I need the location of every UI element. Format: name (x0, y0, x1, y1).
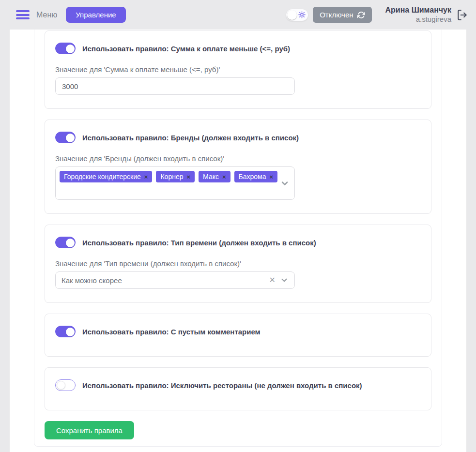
toggle-knob (57, 381, 65, 390)
user-login: a.stugireva (385, 15, 451, 24)
page-panel: Использовать правило: Сумма к оплате мен… (10, 30, 466, 452)
chevron-down-icon[interactable] (280, 179, 290, 188)
hamburger-icon[interactable] (16, 10, 30, 19)
rule-timetype-toggle[interactable] (55, 237, 76, 248)
rules-panel: Использовать правило: Сумма к оплате мен… (34, 30, 442, 447)
save-rules-button[interactable]: Сохранить правила (45, 421, 134, 439)
theme-toggle[interactable] (286, 9, 308, 21)
rule-card-emptycomment: Использовать правило: С пустым комментар… (45, 314, 431, 357)
brands-multiselect[interactable]: Городские кондитерские × Корнер × Макс ×… (55, 166, 295, 200)
refresh-icon (357, 11, 365, 19)
rule-brands-field-label: Значение для 'Бренды (должен входить в с… (55, 154, 421, 163)
rule-emptycomment-toggle[interactable] (55, 326, 76, 337)
brand-tag: Корнер × (156, 171, 195, 182)
top-bar: Меню Управление Отключен (0, 0, 476, 30)
brand-tag-label: Корнер (160, 173, 183, 181)
rule-exclude-restaurants-label: Использовать правило: Исключить ресторан… (82, 381, 362, 390)
theme-toggle-knob (287, 10, 297, 20)
toggle-knob (66, 239, 75, 247)
rule-amount-label: Использовать правило: Сумма к оплате мен… (82, 45, 290, 53)
brand-tag: Макс × (199, 171, 230, 182)
brand-tag: Городские кондитерские × (60, 171, 152, 182)
rule-timetype-field-label: Значение для 'Тип времени (должен входит… (55, 259, 421, 268)
tag-remove-icon[interactable]: × (270, 174, 274, 180)
toggle-knob (66, 134, 75, 142)
rule-timetype-label: Использовать правило: Тип времени (долже… (82, 239, 316, 247)
rule-exclude-restaurants-toggle[interactable] (55, 379, 76, 391)
rule-amount-field-label: Значение для 'Сумма к оплате меньше (<=,… (55, 65, 421, 74)
logout-icon[interactable] (456, 9, 469, 21)
clear-icon[interactable]: ✕ (269, 276, 276, 284)
brand-tag: Бахрома × (234, 171, 278, 182)
rule-emptycomment-label: Использовать правило: С пустым комментар… (82, 328, 261, 336)
brand-tag-label: Макс (203, 173, 219, 181)
rule-card-brands: Использовать правило: Бренды (должен вхо… (45, 120, 431, 214)
status-button-label: Отключен (320, 11, 353, 19)
rule-card-exclude-restaurants: Использовать правило: Исключить ресторан… (45, 367, 431, 410)
brand-tag-label: Бахрома (239, 173, 266, 181)
brand-tag-label: Городские кондитерские (64, 173, 141, 181)
timetype-select-value: Как можно скорее (61, 276, 269, 285)
user-block: Арина Шиманчук a.stugireva (385, 5, 451, 24)
rule-card-amount: Использовать правило: Сумма к оплате мен… (45, 30, 431, 109)
sun-icon (298, 11, 306, 18)
rule-amount-toggle[interactable] (55, 43, 76, 54)
rule-card-timetype: Использовать правило: Тип времени (долже… (45, 225, 431, 303)
chevron-down-icon[interactable] (280, 276, 289, 285)
timetype-select[interactable]: Как можно скорее ✕ (55, 271, 295, 289)
toggle-knob (66, 45, 75, 53)
status-disabled-button[interactable]: Отключен (313, 7, 371, 23)
user-name: Арина Шиманчук (385, 5, 451, 15)
tag-remove-icon[interactable]: × (144, 174, 148, 180)
tag-remove-icon[interactable]: × (186, 174, 190, 180)
brands-tag-list: Городские кондитерские × Корнер × Макс ×… (60, 171, 291, 182)
rule-amount-input[interactable] (55, 77, 295, 95)
toggle-knob (66, 328, 75, 336)
management-nav-button[interactable]: Управление (66, 7, 125, 23)
menu-label[interactable]: Меню (36, 11, 57, 19)
tag-remove-icon[interactable]: × (222, 174, 226, 180)
rule-brands-label: Использовать правило: Бренды (должен вхо… (82, 134, 299, 142)
rule-brands-toggle[interactable] (55, 132, 76, 143)
